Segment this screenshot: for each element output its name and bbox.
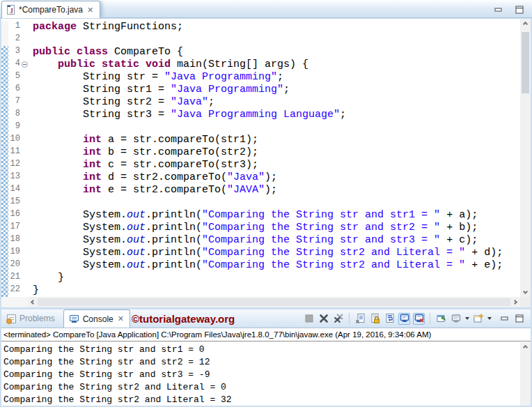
code-text[interactable] bbox=[29, 197, 33, 209]
quickdiff-marker bbox=[1, 171, 8, 184]
fold-column bbox=[20, 84, 29, 96]
code-segment-kw: void bbox=[146, 59, 171, 70]
scroll-right-icon[interactable] bbox=[510, 297, 520, 307]
maximize-icon[interactable] bbox=[513, 313, 525, 325]
code-text[interactable]: package StringFunctions; bbox=[29, 21, 183, 33]
remove-all-terminated-icon[interactable] bbox=[332, 313, 344, 325]
quickdiff-marker bbox=[1, 33, 8, 46]
fold-collapse-icon[interactable] bbox=[22, 61, 28, 68]
minimize-icon[interactable] bbox=[499, 313, 510, 325]
code-text[interactable]: System.out.println("Comparing the String… bbox=[29, 222, 478, 234]
code-text[interactable]: System.out.println("Comparing the String… bbox=[29, 259, 503, 272]
scroll-up-icon[interactable] bbox=[520, 342, 531, 353]
code-text[interactable]: int c = str.compareTo(str3); bbox=[29, 159, 258, 171]
code-segment-pl: .println( bbox=[146, 222, 202, 233]
code-text[interactable]: String str1 = "Java Programming"; bbox=[29, 84, 290, 96]
close-icon[interactable]: ✕ bbox=[87, 6, 93, 14]
code-text[interactable]: String str3 = "Java Programming Language… bbox=[29, 109, 346, 121]
code-segment-kw: public bbox=[33, 46, 70, 58]
code-segment-pl: StringFunctions; bbox=[77, 21, 183, 33]
fold-column bbox=[20, 197, 29, 209]
code-line: 12 int c = str.compareTo(str3); bbox=[1, 159, 520, 171]
code-segment-pl: + b); bbox=[440, 222, 478, 233]
code-segment-sf: out bbox=[127, 222, 146, 233]
code-area[interactable]: 1package StringFunctions;23public class … bbox=[1, 19, 520, 297]
clear-console-icon[interactable] bbox=[354, 313, 366, 325]
editor-tab-bar: J *CompareTo.java ✕ bbox=[0, 0, 532, 18]
code-text[interactable]: String str = "Java Programming"; bbox=[29, 71, 283, 84]
code-text[interactable]: int e = str2.compareTo("JAVA"); bbox=[29, 184, 277, 197]
pin-console-icon[interactable] bbox=[435, 313, 447, 325]
code-segment-pl bbox=[33, 59, 58, 70]
line-number: 16 bbox=[8, 209, 20, 222]
code-line: 20 System.out.println("Comparing the Str… bbox=[1, 259, 520, 272]
code-text[interactable]: } bbox=[29, 272, 64, 284]
code-segment-pl: e = str2.compareTo( bbox=[102, 184, 227, 196]
code-segment-pl: System. bbox=[33, 234, 127, 246]
code-segment-pl: System. bbox=[33, 222, 127, 233]
code-segment-pl: + e); bbox=[465, 259, 503, 271]
display-selected-console-icon[interactable] bbox=[450, 313, 462, 325]
editor-vertical-scrollbar[interactable] bbox=[520, 19, 531, 297]
console-output[interactable]: Comparing the String str and str1 = 0Com… bbox=[1, 342, 520, 406]
code-segment-str: "Comparing the String str2 and Literal =… bbox=[202, 247, 465, 259]
code-text[interactable] bbox=[29, 121, 33, 134]
tab-compareto-java[interactable]: J *CompareTo.java ✕ bbox=[1, 1, 100, 18]
code-line: 14 int e = str2.compareTo("JAVA"); bbox=[1, 184, 520, 197]
code-text[interactable]: int a = str.compareTo(str1); bbox=[29, 134, 258, 146]
tab-problems[interactable]: Problems bbox=[1, 314, 63, 323]
code-line: 16 System.out.println("Comparing the Str… bbox=[1, 209, 520, 222]
console-icon bbox=[70, 315, 79, 321]
code-text[interactable]: public class CompareTo { bbox=[29, 46, 183, 59]
code-text[interactable]: } bbox=[29, 284, 39, 297]
chevron-down-icon[interactable] bbox=[487, 317, 492, 320]
fold-column bbox=[20, 33, 29, 46]
maximize-icon[interactable] bbox=[513, 3, 525, 15]
editor-horizontal-scrollbar[interactable] bbox=[28, 297, 520, 307]
remove-launch-icon[interactable] bbox=[318, 313, 329, 325]
watermark: ©tutorialgateway.org bbox=[132, 313, 235, 325]
scrollbar-corner bbox=[520, 297, 531, 307]
open-console-icon[interactable] bbox=[472, 313, 484, 325]
line-number: 5 bbox=[8, 71, 20, 84]
code-text[interactable]: int b = str.compareTo(str2); bbox=[29, 146, 258, 159]
fold-column bbox=[20, 46, 29, 59]
code-line: 2 bbox=[1, 33, 520, 46]
code-segment-kw: int bbox=[83, 146, 102, 158]
scroll-left-icon[interactable] bbox=[28, 297, 38, 307]
code-segment-str: "Java Programming" bbox=[164, 71, 277, 83]
tab-console[interactable]: Console ✕ bbox=[63, 309, 130, 328]
code-segment-pl: ); bbox=[265, 171, 277, 183]
quickdiff-marker bbox=[1, 247, 8, 259]
terminate-icon[interactable] bbox=[303, 313, 315, 325]
code-text[interactable] bbox=[29, 33, 33, 46]
code-text[interactable]: System.out.println("Comparing the String… bbox=[29, 209, 478, 222]
code-text[interactable]: String str2 = "Java"; bbox=[29, 96, 214, 109]
code-segment-pl: CompareTo { bbox=[108, 46, 183, 58]
scroll-up-icon[interactable] bbox=[520, 19, 531, 29]
line-number: 22 bbox=[8, 284, 20, 297]
minimize-icon[interactable] bbox=[492, 3, 504, 15]
console-vertical-scrollbar[interactable] bbox=[520, 342, 531, 406]
scrollbar-thumb[interactable] bbox=[522, 32, 529, 93]
code-segment-kw: public bbox=[58, 59, 95, 70]
fold-column bbox=[20, 121, 29, 134]
code-segment-pl: .println( bbox=[146, 259, 202, 271]
quickdiff-marker bbox=[1, 184, 8, 197]
scroll-lock-icon[interactable] bbox=[369, 313, 381, 325]
code-text[interactable]: int d = str2.compareTo("Java"); bbox=[29, 171, 277, 184]
chevron-down-icon[interactable] bbox=[465, 317, 469, 320]
close-icon[interactable]: ✕ bbox=[118, 315, 124, 323]
code-text[interactable]: System.out.println("Comparing the String… bbox=[29, 247, 503, 259]
show-stdout-icon[interactable] bbox=[398, 313, 410, 325]
word-wrap-icon[interactable] bbox=[384, 313, 396, 325]
code-segment-pl: d = str2.compareTo( bbox=[102, 171, 227, 183]
fold-column bbox=[20, 259, 29, 272]
scrollbar-thumb[interactable] bbox=[38, 298, 510, 306]
code-text[interactable]: public static void main(String[] args) { bbox=[29, 59, 308, 71]
show-stderr-icon[interactable] bbox=[413, 313, 425, 325]
code-segment-pl bbox=[33, 134, 83, 146]
code-line: 10 int a = str.compareTo(str1); bbox=[1, 134, 520, 146]
code-text[interactable]: System.out.println("Comparing the String… bbox=[29, 234, 478, 247]
scroll-down-icon[interactable] bbox=[520, 286, 531, 297]
